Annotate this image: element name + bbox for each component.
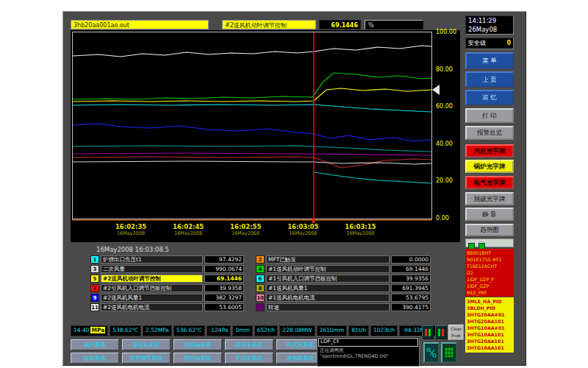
pen-color-chip[interactable]: 11 <box>90 303 99 311</box>
system-button[interactable]: 开式水系统 <box>225 353 273 364</box>
pen-label: #2送风机风量1 <box>101 294 203 302</box>
alarm-tag[interactable]: MLE_PAF <box>467 289 512 296</box>
alarm-tag[interactable]: 1IDF_GZP <box>467 283 512 289</box>
clock-time: 14:11:29 <box>468 16 513 25</box>
system-button[interactable]: 真空抽气系统 <box>122 353 171 364</box>
alarm-tag[interactable]: 3HTG10AA101 <box>467 331 512 338</box>
pen-label: MFT已触发 <box>266 255 390 263</box>
legend-row[interactable]: 3二次风量990.0674 <box>90 265 244 273</box>
alarm-tag[interactable]: 3HTG20AA101 <box>467 338 512 344</box>
pen-color-chip[interactable]: 2 <box>256 255 265 263</box>
system-button[interactable]: 给水系统 <box>71 353 119 364</box>
pen-color-chip[interactable]: 10 <box>256 294 265 302</box>
pen-color-chip[interactable]: 6 <box>256 275 265 283</box>
sidebar-button-4[interactable]: 打 印 <box>465 108 514 123</box>
alarm-tag[interactable]: 3HTG20AA101 <box>467 318 512 325</box>
green-bar-icon <box>438 329 440 336</box>
y-axis-label: 20.00 <box>436 177 459 184</box>
sidebar-button-11[interactable]: 趋势图 <box>465 224 514 236</box>
pen-color-chip[interactable]: 4 <box>256 265 265 273</box>
pen-color-chip[interactable]: 8 <box>256 284 265 292</box>
sidebar-button-3[interactable]: 追 忆 <box>465 90 514 105</box>
clock-box: 14:11:29 26May08 <box>465 15 514 35</box>
grid-view-button[interactable] <box>441 342 457 363</box>
pen-color-chip[interactable]: 7 <box>90 284 99 292</box>
status-main-steam-pressure: 14.40MPa <box>71 325 108 336</box>
clear-peak-label-2: Peak <box>449 333 463 339</box>
sidebar-button-8[interactable]: 电气光字牌 <box>465 176 514 189</box>
legend-row[interactable]: 1炉膛出口负压t197.4292 <box>90 255 244 263</box>
legend-row[interactable]: 8#1送风机风量1691.3945 <box>256 284 431 292</box>
trend-line-fan2-air-flow <box>73 124 431 141</box>
status-value: 14.40 <box>74 327 89 333</box>
alarm-tag[interactable]: 3HTG10AA#01 <box>467 325 512 331</box>
system-button[interactable]: 凝结水系统 <box>122 339 171 350</box>
system-button[interactable]: 润滑油系统 <box>173 339 222 350</box>
alarm-tag[interactable]: N01E175S.#F1 <box>467 256 512 263</box>
pen-color-chip[interactable] <box>256 303 265 311</box>
y-axis-label: 60.00 <box>436 103 459 110</box>
legend-row[interactable]: 转速390.4175 <box>256 303 431 311</box>
alarm-tag[interactable]: O2 <box>467 269 512 276</box>
legend-row[interactable]: 5#2送风机动叶调节控制69.1446 <box>90 275 244 283</box>
legend-row[interactable]: 6#1引风机入口调节挡板控制39.9356 <box>256 275 431 283</box>
sidebar-button-5[interactable]: 报警总览 <box>465 126 514 140</box>
alarm-tag[interactable]: 3HTG20AA#01 <box>467 311 512 318</box>
x-axis-time-label: 16:02:35 <box>105 223 157 230</box>
pen-color-chip[interactable]: 3 <box>90 265 99 273</box>
legend-row[interactable]: 2MFT已触发0.0000 <box>256 255 431 263</box>
x-axis: 16:02:3516May200816:02:4516May200816:02:… <box>72 223 432 241</box>
sidebar-button-7[interactable]: 锅炉光字牌 <box>465 160 514 173</box>
system-button[interactable]: 密封油系统 <box>173 353 222 364</box>
status-unit-highlight: MPa <box>90 327 105 333</box>
pen-label: #1送风机风量1 <box>266 284 390 292</box>
grid-icon <box>444 347 454 358</box>
pen-color-chip[interactable]: 9 <box>90 294 99 302</box>
pen-label: 二次风量 <box>101 265 203 273</box>
alarm-indicator-2[interactable] <box>435 325 447 339</box>
trend-tag-field[interactable]: 3hb20aa001ao.out <box>71 20 209 29</box>
plot-area[interactable] <box>72 32 432 219</box>
pen-color-chip[interactable]: 5 <box>90 275 99 283</box>
x-axis-time-label: 16:03:05 <box>277 223 329 230</box>
trend-line-fan1-blade-control <box>73 73 431 99</box>
alarm-tag[interactable]: 3MLE_HA_PID <box>467 298 512 305</box>
status-field: 536.62℃ <box>173 325 205 336</box>
message-line-1: 正在调画面 <box>318 347 419 353</box>
dcs-trend-window: 3hb20aa001ao.out #2送风机动叶调节控制 69.1446 % 1… <box>62 11 526 366</box>
alarm-tag[interactable]: T18E12ACHT <box>467 263 512 269</box>
trend-description-field[interactable]: #2送风机动叶调节控制 <box>222 20 316 29</box>
sidebar-button-1[interactable]: 菜 单 <box>465 52 514 69</box>
alarm-tag[interactable]: 3BLDH_PID <box>467 305 512 311</box>
legend-row[interactable]: 10#1送风机电机电流53.6795 <box>256 294 431 302</box>
pen-value: 39.9358 <box>204 284 244 292</box>
system-button[interactable]: 抽汽系统 <box>71 339 119 350</box>
x-axis-time-label: 16:02:55 <box>220 223 271 230</box>
sidebar-button-6[interactable]: 汽机光字牌 <box>465 144 514 158</box>
pen-value: 39.9356 <box>391 275 431 283</box>
alarm-tag[interactable]: 3HTG10AA101 <box>467 344 512 351</box>
clear-peak-button[interactable]: Clear Peak <box>448 325 464 340</box>
pen-color-chip[interactable]: 1 <box>90 255 99 263</box>
system-button[interactable]: 循环水系统 <box>225 339 273 350</box>
trend-line-idf1-damper-control <box>73 146 431 152</box>
sidebar-button-9[interactable]: 脱硫光字牌 <box>465 192 514 205</box>
sidebar-button-2[interactable]: 上 页 <box>465 71 514 88</box>
pen-label: #2送风机动叶调节控制 <box>101 275 203 283</box>
pen-label: #2引风机入口调节挡板控制 <box>101 284 203 292</box>
trend-cursor-handle[interactable] <box>432 85 440 95</box>
alarm-tag[interactable]: 1IDF_GZP_F <box>467 276 512 283</box>
x-axis-date-label: 16May2008 <box>277 230 329 236</box>
sidebar-button-10[interactable]: 静 音 <box>465 208 514 221</box>
pen-label: 炉膛出口负压t1 <box>101 255 203 263</box>
alarm-indicator-1[interactable] <box>422 325 434 339</box>
legend-row[interactable]: 7#2引风机入口调节挡板控制39.9358 <box>90 284 244 292</box>
alarm-tag[interactable]: B8901BHT <box>467 250 512 256</box>
legend-row[interactable]: 11#2送风机电机电流53.6005 <box>90 303 244 311</box>
legend-row[interactable]: 9#2送风机风量1382.3297 <box>90 294 244 302</box>
x-axis-date-label: 16May2008 <box>220 230 271 236</box>
status-field: 652t/h <box>254 325 279 336</box>
logic-diagram-button[interactable] <box>423 342 440 363</box>
legend-row[interactable]: 4#1送风机动叶调节控制69.1446 <box>256 265 431 273</box>
status-field: 538.62℃ <box>110 325 141 336</box>
